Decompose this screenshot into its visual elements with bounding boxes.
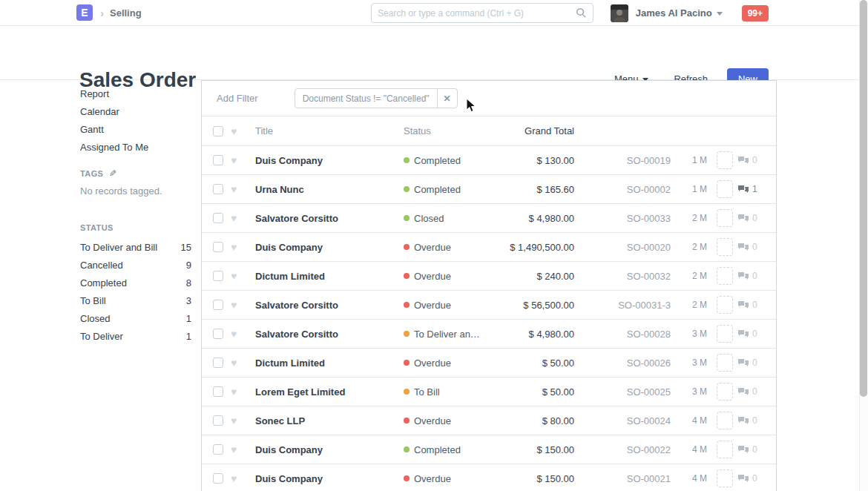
- search-input[interactable]: [378, 8, 576, 19]
- comment-button[interactable]: 0: [737, 242, 757, 252]
- table-row[interactable]: ♥ Duis Company Overdue $ 1,490,500.00 SO…: [202, 233, 776, 262]
- row-checkbox[interactable]: [213, 444, 223, 455]
- assign-placeholder[interactable]: [717, 469, 733, 487]
- comment-button[interactable]: 0: [737, 300, 757, 310]
- comment-button[interactable]: 0: [737, 213, 757, 223]
- assign-placeholder[interactable]: [717, 238, 733, 256]
- edit-tags-icon[interactable]: ✎: [109, 168, 116, 179]
- heart-icon[interactable]: ♥: [231, 329, 241, 339]
- sidebar-status-item[interactable]: To Deliver 1: [80, 332, 191, 341]
- row-id-link[interactable]: SO-00022: [574, 444, 671, 455]
- table-row[interactable]: ♥ Salvatore Corsitto Closed $ 4,980.00 S…: [202, 204, 776, 233]
- row-id-link[interactable]: SO-00020: [574, 242, 671, 253]
- heart-icon[interactable]: ♥: [231, 184, 241, 194]
- row-id-link[interactable]: SO-00032: [574, 271, 671, 282]
- table-row[interactable]: ♥ Dictum Limited Overdue $ 240.00 SO-000…: [202, 262, 776, 291]
- user-avatar[interactable]: [611, 4, 628, 22]
- row-checkbox[interactable]: [213, 300, 223, 310]
- row-id-link[interactable]: SO-00033: [574, 213, 671, 224]
- table-row[interactable]: ♥ Lorem Eget Limited To Bill $ 50.00 SO-…: [202, 378, 776, 406]
- row-id-link[interactable]: SO-00019: [574, 155, 671, 166]
- row-title[interactable]: Urna Nunc: [255, 184, 400, 195]
- assign-placeholder[interactable]: [717, 383, 733, 401]
- row-title[interactable]: Duis Company: [255, 473, 400, 484]
- row-checkbox[interactable]: [213, 242, 223, 252]
- row-title[interactable]: Dictum Limited: [255, 357, 400, 369]
- assign-placeholder[interactable]: [717, 441, 733, 458]
- row-id-link[interactable]: SO-00021: [574, 473, 671, 484]
- sidebar-status-item[interactable]: To Deliver and Bill 15: [80, 243, 191, 252]
- heart-icon[interactable]: ♥: [231, 213, 241, 223]
- heart-icon[interactable]: ♥: [231, 386, 241, 397]
- search-icon[interactable]: [576, 7, 587, 19]
- row-title[interactable]: Salvatore Corsitto: [255, 300, 400, 311]
- row-title[interactable]: Dictum Limited: [255, 271, 400, 282]
- assign-placeholder[interactable]: [717, 267, 733, 285]
- sidebar-status-item[interactable]: Cancelled 9: [80, 260, 191, 270]
- comment-button[interactable]: 0: [737, 386, 757, 397]
- row-checkbox[interactable]: [213, 271, 223, 281]
- sidebar-status-item[interactable]: Closed 1: [80, 314, 191, 323]
- row-title[interactable]: Salvatore Corsitto: [255, 329, 400, 340]
- heart-icon[interactable]: ♥: [231, 473, 241, 484]
- row-id-link[interactable]: SO-00031-3: [574, 300, 671, 311]
- remove-filter-icon[interactable]: ✕: [437, 89, 457, 108]
- table-row[interactable]: ♥ Duis Company Completed $ 130.00 SO-000…: [202, 146, 776, 175]
- sidebar-view-item[interactable]: Calendar: [80, 107, 191, 116]
- row-checkbox[interactable]: [213, 415, 223, 426]
- row-title[interactable]: Duis Company: [255, 444, 400, 455]
- heart-icon[interactable]: ♥: [231, 126, 241, 136]
- row-checkbox[interactable]: [213, 329, 223, 339]
- comment-button[interactable]: 0: [737, 271, 757, 281]
- assign-placeholder[interactable]: [717, 151, 733, 169]
- heart-icon[interactable]: ♥: [231, 271, 241, 281]
- sidebar-status-item[interactable]: To Bill 3: [80, 296, 191, 306]
- comment-button[interactable]: 1: [737, 184, 757, 194]
- app-logo[interactable]: E: [76, 4, 93, 21]
- row-title[interactable]: Duis Company: [255, 155, 400, 166]
- global-search[interactable]: [371, 3, 594, 23]
- heart-icon[interactable]: ♥: [231, 155, 241, 165]
- filter-chip-label[interactable]: Document Status != "Cancelled": [295, 89, 437, 108]
- row-id-link[interactable]: SO-00028: [574, 329, 671, 340]
- comment-button[interactable]: 0: [737, 444, 757, 455]
- table-row[interactable]: ♥ Salvatore Corsitto Overdue $ 56,500.00…: [202, 291, 776, 320]
- row-checkbox[interactable]: [213, 386, 223, 397]
- scrollbar-thumb[interactable]: [860, 0, 867, 397]
- assign-placeholder[interactable]: [717, 354, 733, 372]
- assign-placeholder[interactable]: [717, 180, 733, 198]
- sidebar-view-item[interactable]: Report: [80, 89, 191, 99]
- heart-icon[interactable]: ♥: [231, 357, 241, 368]
- table-row[interactable]: ♥ Duis Company Overdue $ 150.00 SO-00021…: [202, 464, 776, 491]
- row-checkbox[interactable]: [213, 184, 223, 194]
- comment-button[interactable]: 0: [737, 155, 757, 165]
- sidebar-view-item[interactable]: Assigned To Me: [80, 142, 191, 152]
- sidebar-status-item[interactable]: Completed 8: [80, 278, 191, 288]
- row-title[interactable]: Duis Company: [255, 242, 400, 253]
- row-id-link[interactable]: SO-00002: [574, 184, 671, 195]
- breadcrumb[interactable]: Selling: [110, 7, 142, 19]
- row-checkbox[interactable]: [213, 357, 223, 368]
- assign-placeholder[interactable]: [717, 296, 733, 314]
- row-checkbox[interactable]: [213, 213, 223, 223]
- row-title[interactable]: Lorem Eget Limited: [255, 386, 400, 398]
- sidebar-view-item[interactable]: Gantt: [80, 125, 191, 134]
- assign-placeholder[interactable]: [717, 325, 733, 343]
- notification-badge[interactable]: 99+: [742, 5, 769, 22]
- row-title[interactable]: Salvatore Corsitto: [255, 213, 400, 224]
- table-row[interactable]: ♥ Dictum Limited Overdue $ 50.00 SO-0002…: [202, 349, 776, 378]
- table-row[interactable]: ♥ Urna Nunc Completed $ 165.60 SO-00002 …: [202, 175, 776, 204]
- row-id-link[interactable]: SO-00024: [574, 415, 671, 426]
- row-title[interactable]: Sonec LLP: [255, 415, 400, 426]
- comment-button[interactable]: 0: [737, 329, 757, 339]
- comment-button[interactable]: 0: [737, 415, 757, 426]
- row-id-link[interactable]: SO-00025: [574, 386, 671, 398]
- table-row[interactable]: ♥ Salvatore Corsitto To Deliver an… $ 4,…: [202, 320, 776, 349]
- select-all-checkbox[interactable]: [213, 126, 223, 136]
- table-row[interactable]: ♥ Duis Company Completed $ 150.00 SO-000…: [202, 435, 776, 464]
- scrollbar[interactable]: [859, 0, 868, 491]
- comment-button[interactable]: 0: [737, 473, 757, 484]
- row-checkbox[interactable]: [213, 473, 223, 484]
- user-menu[interactable]: James Al Pacino: [636, 7, 723, 19]
- add-filter-button[interactable]: Add Filter: [217, 93, 258, 104]
